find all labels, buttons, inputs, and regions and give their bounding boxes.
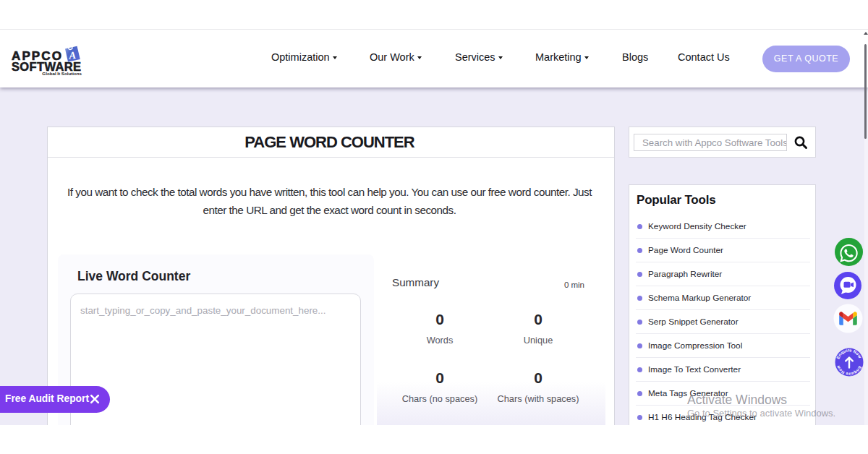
svg-text:A: A bbox=[68, 49, 77, 61]
